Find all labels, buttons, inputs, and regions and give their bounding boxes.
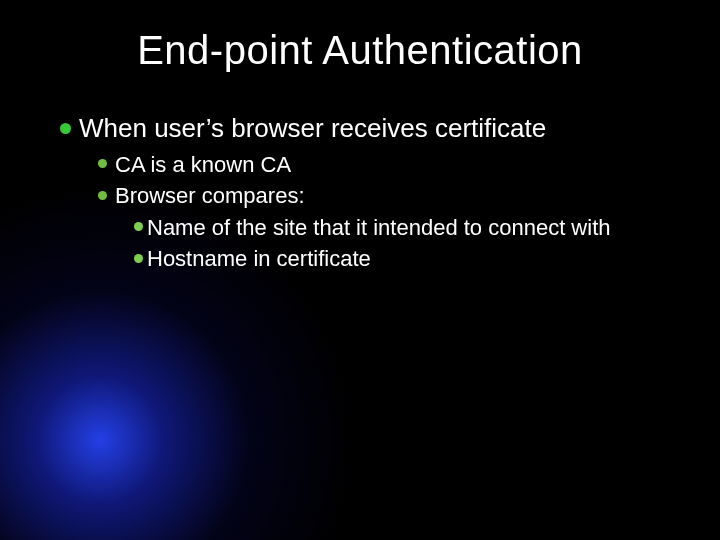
bullet-text: Hostname in certificate [147, 246, 371, 271]
bullet-icon [98, 191, 107, 200]
slide: End-point Authentication When user’s bro… [0, 0, 720, 540]
bullet-level-3: Name of the site that it intended to con… [134, 214, 670, 242]
bullet-text: When user’s browser receives certificate [79, 113, 546, 143]
slide-title: End-point Authentication [0, 28, 720, 73]
bullet-text: CA is a known CA [115, 152, 291, 177]
bullet-text: Name of the site that it intended to con… [147, 215, 611, 240]
bullet-text: Browser compares: [115, 183, 305, 208]
bullet-level-1: When user’s browser receives certificate [60, 112, 670, 145]
bullet-level-2: Browser compares: [98, 182, 670, 210]
bullet-level-2: CA is a known CA [98, 151, 670, 179]
bullet-icon [134, 254, 143, 263]
bullet-level-3: Hostname in certificate [134, 245, 670, 273]
slide-body: When user’s browser receives certificate… [60, 112, 670, 273]
bullet-icon [98, 159, 107, 168]
bullet-icon [134, 222, 143, 231]
bullet-icon [60, 123, 71, 134]
